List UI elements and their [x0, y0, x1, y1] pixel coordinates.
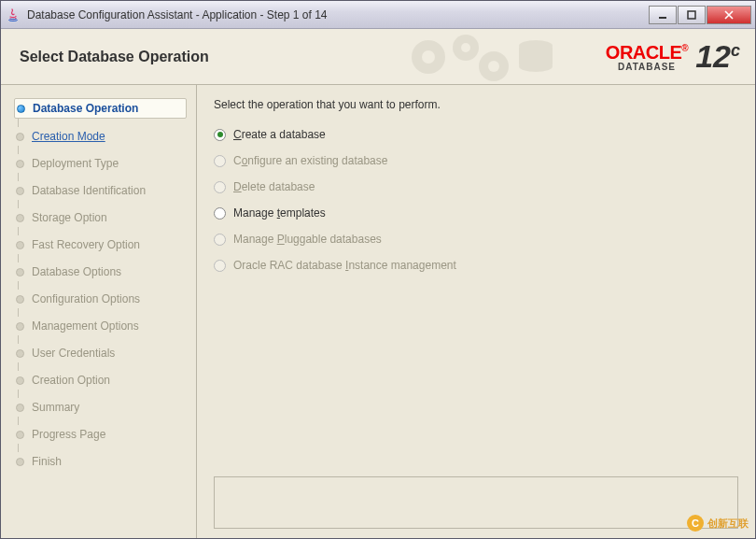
option-label: Create a database	[233, 128, 326, 141]
option-label: Manage Pluggable databases	[233, 233, 382, 246]
step-connector	[18, 335, 19, 344]
option-manage-pluggable-databases: Manage Pluggable databases	[214, 233, 738, 246]
version-label: 12c	[695, 38, 740, 75]
step-dot-icon	[16, 214, 24, 222]
brand-secondary: DATABASE	[606, 62, 688, 72]
step-label: Progress Page	[32, 428, 105, 441]
gears-decoration	[400, 29, 568, 85]
step-label: Summary	[32, 401, 79, 414]
option-configure-an-existing-database: Configure an existing database	[214, 154, 738, 167]
radio-icon	[214, 260, 226, 272]
radio-icon	[214, 234, 226, 246]
step-dot-icon	[16, 268, 24, 277]
step-configuration-options: Configuration Options	[14, 290, 187, 308]
step-database-operation[interactable]: Database Operation	[14, 98, 187, 119]
close-button[interactable]	[707, 6, 751, 24]
step-dot-icon	[16, 376, 24, 385]
svg-point-8	[488, 61, 499, 72]
step-user-credentials: User Credentials	[14, 344, 187, 362]
option-label: Configure an existing database	[233, 154, 387, 167]
step-deployment-type: Deployment Type	[14, 154, 187, 173]
radio-icon	[214, 155, 226, 167]
window-title: Database Configuration Assistant - Appli…	[27, 8, 648, 21]
watermark: C 创新互联	[687, 515, 749, 532]
step-label: Creation Mode	[32, 130, 105, 143]
window-controls	[648, 6, 751, 24]
option-delete-database: Delete database	[214, 180, 738, 193]
step-dot-icon	[16, 241, 24, 249]
step-database-options: Database Options	[14, 262, 187, 281]
step-label: Database Options	[32, 265, 121, 278]
step-connector	[18, 146, 19, 154]
step-connector	[18, 227, 19, 235]
step-label: Fast Recovery Option	[32, 238, 140, 251]
svg-point-11	[519, 61, 553, 72]
step-fast-recovery-option: Fast Recovery Option	[14, 235, 187, 254]
step-connector	[18, 308, 19, 317]
step-label: Creation Option	[32, 374, 110, 387]
option-label: Manage templates	[233, 206, 326, 220]
step-creation-mode[interactable]: Creation Mode	[14, 127, 187, 146]
step-dot-icon	[16, 431, 24, 439]
step-label: Database Operation	[33, 102, 138, 115]
radio-icon[interactable]	[214, 129, 226, 141]
java-icon	[5, 7, 21, 23]
svg-rect-1	[659, 17, 666, 19]
step-dot-icon	[16, 295, 24, 304]
option-manage-templates[interactable]: Manage templates	[214, 206, 738, 220]
watermark-text: 创新互联	[707, 517, 749, 531]
step-label: Deployment Type	[32, 157, 119, 170]
step-dot-icon	[16, 404, 24, 412]
minimize-button[interactable]	[649, 6, 677, 24]
sidebar-steps: Database OperationCreation ModeDeploymen…	[1, 85, 197, 538]
step-finish: Finish	[14, 452, 187, 471]
option-label: Delete database	[233, 180, 315, 193]
window-frame: Database Configuration Assistant - Appli…	[0, 0, 756, 539]
operation-options: Create a databaseConfigure an existing d…	[214, 128, 738, 272]
step-creation-option: Creation Option	[14, 371, 187, 390]
step-connector	[18, 281, 19, 290]
step-label: User Credentials	[32, 347, 115, 360]
step-label: Configuration Options	[32, 292, 140, 305]
step-label: Storage Option	[32, 211, 107, 224]
step-connector	[18, 119, 19, 127]
main-panel: Select the operation that you want to pe…	[197, 85, 755, 538]
step-dot-icon	[16, 160, 24, 168]
step-label: Database Identification	[32, 184, 146, 197]
step-dot-icon	[16, 322, 24, 331]
header-banner: Select Database Operation ORACLE® DATABA…	[1, 29, 755, 85]
option-create-a-database[interactable]: Create a database	[214, 128, 738, 141]
step-dot-icon	[16, 349, 24, 358]
content-area: Database OperationCreation ModeDeploymen…	[1, 85, 755, 538]
step-label: Management Options	[32, 319, 139, 333]
step-dot-icon	[16, 458, 24, 466]
step-connector	[18, 200, 19, 208]
maximize-button[interactable]	[678, 6, 706, 24]
message-panel	[214, 476, 738, 529]
step-connector	[18, 417, 19, 425]
step-dot-icon	[16, 133, 24, 141]
step-label: Finish	[32, 455, 62, 468]
step-connector	[18, 390, 19, 398]
step-management-options: Management Options	[14, 317, 187, 335]
step-connector	[18, 362, 19, 371]
option-label: Oracle RAC database Instance management	[233, 259, 456, 272]
step-dot-icon	[16, 187, 24, 195]
svg-point-6	[461, 43, 470, 52]
step-connector	[18, 173, 19, 181]
option-oracle-rac-database-instance-management: Oracle RAC database Instance management	[214, 259, 738, 272]
step-dot-icon	[17, 105, 25, 113]
radio-icon	[214, 181, 226, 193]
step-progress-page: Progress Page	[14, 425, 187, 444]
svg-rect-2	[688, 11, 695, 19]
step-summary: Summary	[14, 398, 187, 417]
brand-primary: ORACLE®	[606, 42, 688, 63]
step-connector	[18, 444, 19, 452]
page-title: Select Database Operation	[20, 49, 209, 65]
radio-icon[interactable]	[214, 207, 226, 220]
step-database-identification: Database Identification	[14, 181, 187, 200]
titlebar[interactable]: Database Configuration Assistant - Appli…	[1, 1, 755, 29]
watermark-badge-icon: C	[687, 515, 704, 532]
oracle-logo: ORACLE® DATABASE 12c	[606, 38, 740, 75]
step-connector	[18, 254, 19, 262]
